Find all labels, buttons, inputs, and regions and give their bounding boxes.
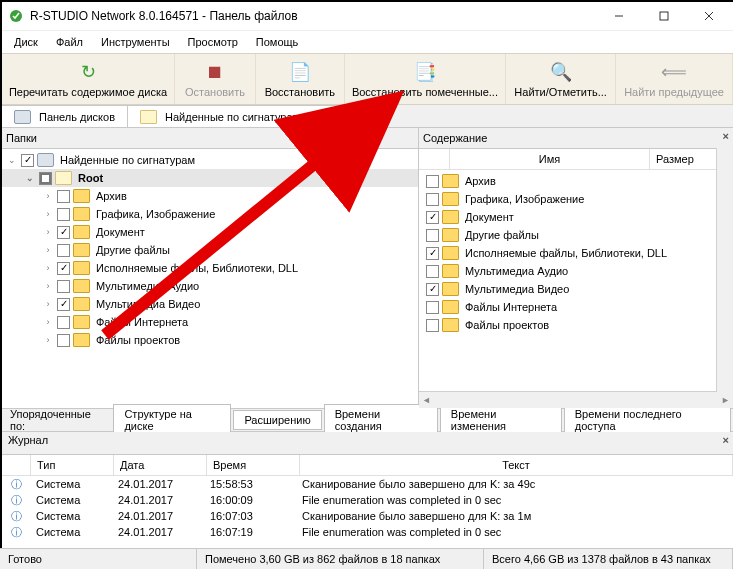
scrollbar-vertical[interactable] [716, 148, 733, 392]
list-item[interactable]: Документ [419, 208, 733, 226]
stop-icon: ⏹ [203, 60, 227, 84]
list-item[interactable]: Исполняемые файлы, Библиотеки, DLL [419, 244, 733, 262]
status-ready: Готово [1, 549, 197, 569]
expand-icon[interactable]: › [42, 317, 54, 327]
expand-icon[interactable]: ⌄ [24, 173, 36, 183]
checkbox[interactable] [426, 175, 439, 188]
item-label: Файлы проектов [463, 319, 549, 331]
checkbox[interactable] [426, 193, 439, 206]
item-label: Файлы Интернета [463, 301, 557, 313]
tree-node[interactable]: ›Мультимедиа Видео [2, 295, 418, 313]
checkbox[interactable] [21, 154, 34, 167]
tree-node[interactable]: ›Документ [2, 223, 418, 241]
close-icon[interactable]: × [723, 434, 729, 446]
minimize-button[interactable] [596, 2, 641, 30]
tab[interactable]: Найденные по сигнатурам -> K: [128, 105, 340, 127]
toolbar-find[interactable]: 🔍Найти/Отметить... [506, 54, 616, 104]
content-header: Содержание × [419, 128, 733, 149]
toolbar-recover[interactable]: 📄Восстановить [256, 54, 345, 104]
checkbox[interactable] [57, 316, 70, 329]
expand-icon[interactable]: › [42, 281, 54, 291]
tree-node[interactable]: ›Файлы Интернета [2, 313, 418, 331]
checkbox[interactable] [426, 265, 439, 278]
folder-icon [442, 192, 459, 206]
tree-node[interactable]: ›Архив [2, 187, 418, 205]
list-item[interactable]: Файлы проектов [419, 316, 733, 334]
status-marked: Помечено 3,60 GB из 862 файлов в 18 папк… [197, 549, 484, 569]
expand-icon[interactable]: › [42, 209, 54, 219]
toolbar: ↻Перечитать содержимое диска⏹Остановить📄… [2, 53, 733, 105]
checkbox[interactable] [57, 262, 70, 275]
close-icon[interactable]: × [723, 130, 729, 142]
expand-icon[interactable]: › [42, 299, 54, 309]
folder-icon [442, 318, 459, 332]
expand-icon[interactable]: › [42, 263, 54, 273]
checkbox[interactable] [57, 334, 70, 347]
checkbox[interactable] [426, 283, 439, 296]
menu-инструменты[interactable]: Инструменты [93, 34, 178, 50]
folder-icon [442, 300, 459, 314]
tree-node[interactable]: ›Графика, Изображение [2, 205, 418, 223]
expand-icon[interactable]: › [42, 227, 54, 237]
checkbox[interactable] [57, 280, 70, 293]
log-row: ⓘСистема24.01.201716:00:09File enumerati… [2, 492, 733, 508]
menu-просмотр[interactable]: Просмотр [180, 34, 246, 50]
tree-label: Файлы Интернета [94, 316, 188, 328]
expand-icon[interactable]: › [42, 335, 54, 345]
expand-icon[interactable]: ⌄ [6, 155, 18, 165]
folder-icon [442, 264, 459, 278]
list-item[interactable]: Мультимедиа Аудио [419, 262, 733, 280]
content-list[interactable]: АрхивГрафика, ИзображениеДокументДругие … [419, 170, 733, 391]
find-icon: 🔍 [549, 60, 573, 84]
list-item[interactable]: Архив [419, 172, 733, 190]
checkbox[interactable] [426, 319, 439, 332]
tree-label: Файлы проектов [94, 334, 180, 346]
menu-файл[interactable]: Файл [48, 34, 91, 50]
folder-tree[interactable]: ⌄Найденные по сигнатурам⌄Root›Архив›Граф… [2, 149, 418, 408]
menu-помощь[interactable]: Помощь [248, 34, 307, 50]
toolbar-reread[interactable]: ↻Перечитать содержимое диска [2, 54, 175, 104]
tree-label: Исполняемые файлы, Библиотеки, DLL [94, 262, 298, 274]
tree-node[interactable]: ›Файлы проектов [2, 331, 418, 349]
checkbox[interactable] [57, 208, 70, 221]
statusbar: Готово Помечено 3,60 GB из 862 файлов в … [1, 548, 733, 569]
checkbox[interactable] [57, 244, 70, 257]
col-name[interactable]: Имя [450, 149, 650, 169]
checkbox[interactable] [57, 298, 70, 311]
tree-node[interactable]: ⌄Найденные по сигнатурам [2, 151, 418, 169]
checkbox[interactable] [426, 211, 439, 224]
list-item[interactable]: Файлы Интернета [419, 298, 733, 316]
tree-label: Мультимедиа Видео [94, 298, 200, 310]
tree-node[interactable]: ⌄Root [2, 169, 418, 187]
list-item[interactable]: Другие файлы [419, 226, 733, 244]
checkbox[interactable] [57, 226, 70, 239]
checkbox[interactable] [39, 172, 52, 185]
list-item[interactable]: Графика, Изображение [419, 190, 733, 208]
expand-icon[interactable]: › [42, 245, 54, 255]
expand-icon[interactable]: › [42, 191, 54, 201]
info-icon: ⓘ [2, 524, 30, 540]
folder-icon [442, 174, 459, 188]
toolbar-recover-marked[interactable]: 📑Восстановить помеченные... [345, 54, 506, 104]
menu-диск[interactable]: Диск [6, 34, 46, 50]
tab[interactable]: Панель дисков [2, 105, 128, 127]
tree-node[interactable]: ›Исполняемые файлы, Библиотеки, DLL [2, 259, 418, 277]
list-item[interactable]: Мультимедиа Видео [419, 280, 733, 298]
folder-icon [73, 297, 90, 311]
tree-node[interactable]: ›Другие файлы [2, 241, 418, 259]
folder-icon [73, 315, 90, 329]
checkbox[interactable] [426, 247, 439, 260]
sort-button[interactable]: Расширению [233, 410, 321, 430]
close-button[interactable] [686, 2, 731, 30]
app-icon [8, 8, 24, 24]
item-label: Графика, Изображение [463, 193, 584, 205]
tree-label: Другие файлы [94, 244, 170, 256]
checkbox[interactable] [426, 229, 439, 242]
maximize-button[interactable] [641, 2, 686, 30]
sort-label: Упорядоченные по: [2, 408, 113, 432]
checkbox[interactable] [426, 301, 439, 314]
checkbox[interactable] [57, 190, 70, 203]
log-row: ⓘСистема24.01.201716:07:19File enumerati… [2, 524, 733, 540]
tree-node[interactable]: ›Мультимедиа Аудио [2, 277, 418, 295]
scrollbar-horizontal[interactable]: ◄► [419, 391, 733, 408]
